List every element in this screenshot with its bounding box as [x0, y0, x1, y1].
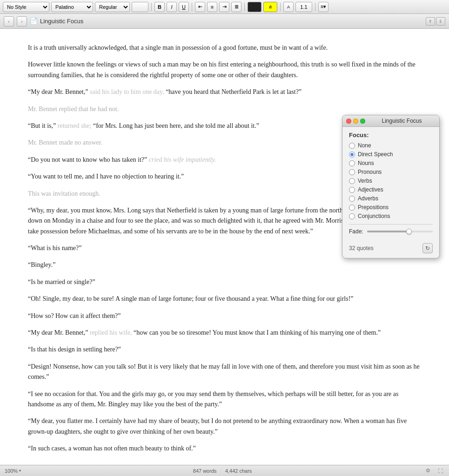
radio-prepositions[interactable]: Prepositions [349, 204, 433, 211]
radio-label-none: None [358, 142, 371, 149]
paragraph: “My dear Mr. Bennet,” replied his wife, … [28, 328, 421, 338]
radio-verbs[interactable]: Verbs [349, 178, 433, 184]
bold-button[interactable]: B [154, 2, 165, 12]
window-controls [346, 119, 365, 124]
expand-icon[interactable]: ⛶ [436, 467, 444, 475]
radio-circle-verbs [349, 178, 355, 184]
radio-circle-conjunctions [349, 213, 355, 219]
faded-text-span: returned she; [56, 122, 93, 129]
radio-circle-adverbs [349, 196, 355, 202]
forward-button[interactable]: › [17, 16, 27, 26]
weight-select[interactable]: Regular [95, 2, 130, 12]
paragraph: “Is he married or single?” [28, 277, 421, 287]
zoom-value: 100% [5, 468, 18, 474]
radio-direct-speech[interactable]: Direct Speech [349, 151, 433, 158]
divider [349, 224, 433, 225]
maximize-dot[interactable] [360, 119, 365, 124]
italic-button[interactable]: I [167, 2, 177, 12]
paragraph: “How so? How can it affect them?” [28, 311, 421, 321]
radio-circle-pronouns [349, 169, 355, 175]
radio-circle-prepositions [349, 205, 355, 211]
paragraph: “Bingley.” [28, 260, 421, 270]
radio-label-adverbs: Adverbs [358, 195, 378, 202]
font-size-input[interactable]: 14 [132, 2, 148, 12]
text-color-swatch[interactable] [248, 2, 261, 12]
radio-label-verbs: Verbs [358, 178, 372, 184]
prev-arrow[interactable]: ⇧ [426, 17, 435, 26]
direct-speech-span: “My dear Mr. Bennet,” [28, 329, 88, 336]
minimize-dot[interactable] [353, 119, 358, 124]
paragraph: “My dear, you flatter me. I certainly ha… [28, 416, 421, 437]
fade-label: Fade: [349, 228, 363, 235]
radio-none[interactable]: None [349, 142, 433, 149]
align-left-button[interactable]: ⇤ [195, 2, 205, 12]
justify-button[interactable]: ≣ [231, 2, 241, 12]
settings-icon[interactable]: ⚙ [424, 467, 432, 475]
char-count: 4,442 chars [225, 468, 252, 474]
back-button[interactable]: ‹ [4, 16, 14, 26]
radio-label-nouns: Nouns [358, 160, 374, 166]
refresh-button[interactable]: ↻ [422, 243, 433, 253]
close-dot[interactable] [346, 119, 351, 124]
focus-radio-group: None Direct Speech Nouns Pronouns Verbs [349, 142, 433, 219]
main-area: It is a truth universally acknowledged, … [0, 29, 449, 475]
fade-thumb[interactable] [406, 229, 412, 234]
fade-track [367, 231, 433, 232]
align-right-button[interactable]: ⇥ [219, 2, 229, 12]
direct-speech-span: “have you heard that Netherfield Park is… [166, 88, 302, 95]
font-select[interactable]: Palatino [51, 2, 93, 12]
style-select[interactable]: No Style [3, 2, 49, 12]
paragraph: “Oh! Single, my dear, to be sure! A sing… [28, 294, 421, 304]
faded-italic-span: cried his wife impatiently. [147, 156, 216, 163]
radio-adverbs[interactable]: Adverbs [349, 195, 433, 202]
separator [280, 3, 281, 11]
paragraph: “In such cases, a woman has not often mu… [28, 443, 421, 454]
align-center-button[interactable]: ≡ [207, 2, 217, 12]
next-arrow[interactable]: ⇩ [436, 17, 445, 26]
toolbar: No Style Palatino Regular 14 B I U ⇤ ≡ ⇥… [0, 0, 449, 14]
separator [192, 3, 192, 11]
linguistic-focus-panel: Linguistic Focus Focus: None Direct Spee… [342, 115, 440, 258]
radio-label-prepositions: Prepositions [358, 204, 389, 211]
list-button[interactable]: ≡▾ [318, 2, 328, 12]
paragraph-faded: Mr. Bennet replied that he had not. [28, 104, 421, 114]
paragraph: “My dear Mr. Bennet,” said his lady to h… [28, 87, 421, 97]
separator [244, 3, 245, 11]
fade-slider[interactable] [367, 231, 433, 232]
direct-speech-span: “But it is,” [28, 122, 56, 129]
radio-conjunctions[interactable]: Conjunctions [349, 213, 433, 219]
direct-speech-span: “for Mrs. Long has just been here, and s… [93, 122, 259, 129]
radio-nouns[interactable]: Nouns [349, 160, 433, 166]
line-spacing-input[interactable] [295, 2, 312, 12]
underline-button[interactable]: U [179, 2, 189, 12]
radio-label-pronouns: Pronouns [358, 169, 382, 175]
radio-label-conjunctions: Conjunctions [358, 213, 390, 219]
radio-label-adjectives: Adjectives [358, 186, 383, 193]
quotes-count: 32 quotes [349, 245, 374, 251]
word-count: 847 words [193, 468, 217, 474]
radio-circle-none [349, 143, 355, 149]
panel-footer: 32 quotes ↻ [342, 243, 439, 258]
separator [315, 3, 315, 11]
panel-body: Focus: None Direct Speech Nouns Pronouns [342, 127, 439, 243]
direct-speech-span: “Do you not want to know who has taken i… [28, 156, 147, 163]
radio-label-direct-speech: Direct Speech [358, 151, 393, 158]
separator [151, 3, 152, 11]
faded-text-span: said his lady to him one day, [88, 88, 166, 95]
radio-pronouns[interactable]: Pronouns [349, 169, 433, 175]
faded-text-span: replied his wife, [88, 329, 134, 336]
titlebar: ‹ › 📄 Linguistic Focus ⇧ ⇩ [0, 14, 449, 29]
paragraph: “Is that his design in settling here?” [28, 344, 421, 355]
highlight-swatch[interactable]: a [263, 2, 277, 12]
panel-title: Linguistic Focus [368, 118, 436, 124]
focus-heading: Focus: [349, 132, 433, 139]
paragraph: “Design! Nonsense, how can you talk so! … [28, 362, 421, 383]
status-icons: ⚙ ⛶ [424, 467, 444, 475]
radio-adjectives[interactable]: Adjectives [349, 186, 433, 193]
radio-circle-direct-speech [349, 152, 355, 158]
document-icon: 📄 [30, 17, 37, 26]
paragraph: “I see no occasion for that. You and the… [28, 389, 421, 410]
font-size-icon[interactable]: A [283, 2, 294, 12]
radio-circle-nouns [349, 160, 355, 166]
zoom-area[interactable]: 100% ▾ [5, 468, 21, 474]
